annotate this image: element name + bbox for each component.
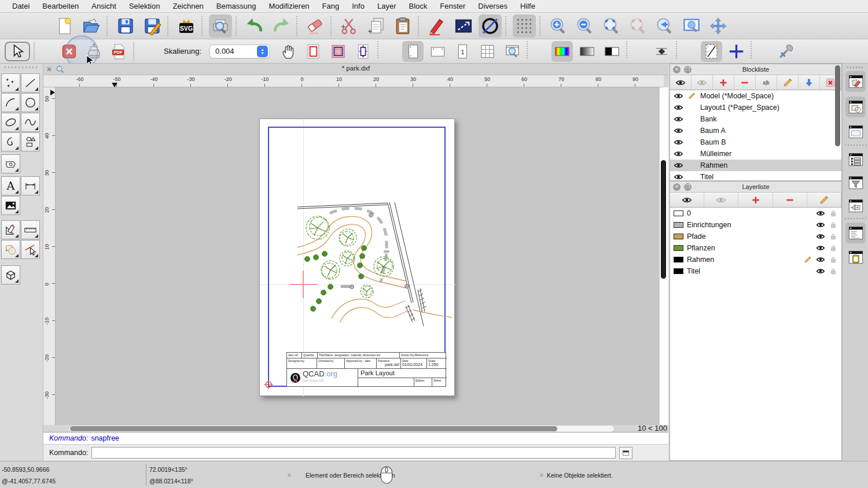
edit-block-button[interactable]: [777, 75, 799, 90]
visibility-eye-icon[interactable]: [674, 161, 683, 169]
lock-icon[interactable]: [829, 244, 838, 252]
crop-marks-button[interactable]: [726, 41, 747, 62]
fit-page-button[interactable]: [502, 41, 523, 62]
hide-block-button[interactable]: [692, 75, 713, 90]
measure-tools-button[interactable]: [21, 220, 40, 239]
hide-layer-button[interactable]: [704, 193, 738, 207]
image-tools-button[interactable]: [1, 196, 20, 215]
previous-view-button[interactable]: [627, 14, 650, 38]
landscape-button[interactable]: [427, 41, 448, 62]
svg-export-button[interactable]: SVG: [175, 14, 198, 38]
visibility-eye-icon[interactable]: [674, 138, 683, 146]
menu-item[interactable]: Modifizieren: [263, 2, 316, 10]
remove-layer-button[interactable]: [773, 193, 807, 207]
visibility-eye-icon[interactable]: [674, 150, 683, 158]
layer-list-item[interactable]: Titel: [670, 265, 841, 277]
menu-item[interactable]: Datei: [6, 2, 36, 10]
spline-tools-button[interactable]: [21, 113, 40, 132]
multiple-pages-button[interactable]: [477, 41, 498, 62]
menu-item[interactable]: Bemassung: [210, 2, 263, 10]
block-list-item[interactable]: Bank: [670, 113, 841, 125]
layer-list-item[interactable]: Einrichtungen: [670, 219, 841, 231]
menu-item[interactable]: Selektion: [123, 2, 166, 10]
grid-toggle-button[interactable]: [513, 14, 536, 38]
edit-layer-button[interactable]: [807, 193, 841, 207]
visibility-eye-icon[interactable]: [674, 103, 683, 112]
print-button[interactable]: [83, 41, 105, 62]
line-settings-button[interactable]: [452, 14, 475, 38]
pan-button[interactable]: [707, 14, 730, 38]
delete-button[interactable]: [304, 14, 327, 38]
layer-list-item[interactable]: Pfade: [670, 231, 841, 242]
lock-icon[interactable]: [829, 232, 838, 241]
copy-button[interactable]: [365, 14, 388, 38]
panel-float-icon[interactable]: ❐: [684, 183, 692, 191]
panel-close-icon[interactable]: ✕: [673, 66, 681, 73]
menu-item[interactable]: Fenster: [433, 2, 472, 10]
visibility-eye-icon[interactable]: [816, 244, 825, 252]
move-paper-position-button[interactable]: [278, 41, 299, 62]
menu-item[interactable]: Hilfe: [514, 2, 542, 10]
dock-library-browser-button[interactable]: [845, 121, 866, 142]
zoom-out-button[interactable]: [573, 14, 597, 38]
cut-button[interactable]: [338, 14, 361, 38]
block-list-item[interactable]: Baum B: [670, 136, 841, 148]
add-layer-button[interactable]: [738, 193, 773, 207]
draft-print-button[interactable]: [701, 41, 722, 62]
visibility-eye-icon[interactable]: [674, 173, 683, 180]
undo-button[interactable]: [243, 14, 266, 38]
paste-button[interactable]: [391, 14, 414, 38]
vertical-scrollbar-thumb[interactable]: [661, 160, 666, 279]
document-tab-title[interactable]: * park.dxf: [43, 65, 668, 72]
lock-icon[interactable]: [829, 221, 838, 229]
ellipse-tools-button[interactable]: [1, 113, 20, 132]
edit-drawing-button[interactable]: [425, 14, 448, 38]
horizontal-scrollbar-thumb[interactable]: [70, 426, 557, 431]
visibility-eye-icon[interactable]: [674, 115, 683, 123]
layer-list-item[interactable]: 0: [670, 208, 841, 219]
block-list-item[interactable]: Model (*Model_Space): [670, 90, 841, 102]
save-button[interactable]: [114, 14, 137, 38]
scale-value[interactable]: 0.004: [210, 47, 257, 56]
visibility-eye-icon[interactable]: [816, 221, 825, 229]
dock-clipboard-button[interactable]: [845, 247, 866, 268]
lock-icon[interactable]: [829, 209, 838, 217]
palette-drag-handle[interactable]: [5, 66, 38, 68]
lock-icon[interactable]: [829, 267, 838, 275]
zoom-in-button[interactable]: [547, 14, 570, 38]
print-preview-button[interactable]: [209, 14, 232, 38]
block-list-item[interactable]: Titel: [670, 171, 841, 180]
close-preview-button[interactable]: [58, 41, 80, 62]
pdf-export-button[interactable]: PDF: [108, 41, 130, 62]
visibility-eye-icon[interactable]: [816, 232, 825, 241]
menu-item[interactable]: Fang: [316, 2, 346, 10]
show-paper-borders-button[interactable]: [303, 41, 324, 62]
menu-item[interactable]: Block: [402, 2, 433, 10]
save-as-button[interactable]: [141, 14, 164, 38]
panel-close-icon[interactable]: ✕: [673, 183, 681, 191]
visibility-eye-icon[interactable]: [674, 92, 683, 100]
block-list-scrollbar-thumb[interactable]: [835, 65, 840, 146]
redo-button[interactable]: [270, 14, 293, 38]
offset-button[interactable]: [651, 41, 672, 62]
drawing-canvas[interactable]: Item ref Quantity Title/Name, designatio…: [56, 87, 659, 425]
menu-item[interactable]: Info: [345, 2, 371, 10]
show-layer-button[interactable]: [670, 193, 704, 207]
visibility-eye-icon[interactable]: [674, 127, 683, 135]
menu-item[interactable]: Ansicht: [85, 2, 123, 10]
layer-list-item[interactable]: Pflanzen: [670, 242, 841, 254]
visibility-eye-icon[interactable]: [816, 267, 825, 275]
visibility-eye-icon[interactable]: [816, 209, 825, 217]
dock-drag-handle[interactable]: [847, 66, 865, 68]
visibility-eye-icon[interactable]: [816, 256, 825, 264]
modify-tools-button[interactable]: [1, 240, 20, 259]
point-tools-button[interactable]: [1, 73, 20, 93]
line-tools-button[interactable]: [21, 73, 40, 93]
block-list-item[interactable]: Layout1 (*Paper_Space): [670, 102, 841, 113]
insert-block-button[interactable]: [799, 75, 820, 90]
block-list-item[interactable]: Mülleimer: [670, 148, 841, 160]
block-list-item[interactable]: Baum A: [670, 125, 841, 136]
block-list-item[interactable]: Rahmen: [670, 160, 841, 171]
full-color-button[interactable]: [551, 41, 573, 62]
back-view-button[interactable]: [653, 14, 676, 38]
